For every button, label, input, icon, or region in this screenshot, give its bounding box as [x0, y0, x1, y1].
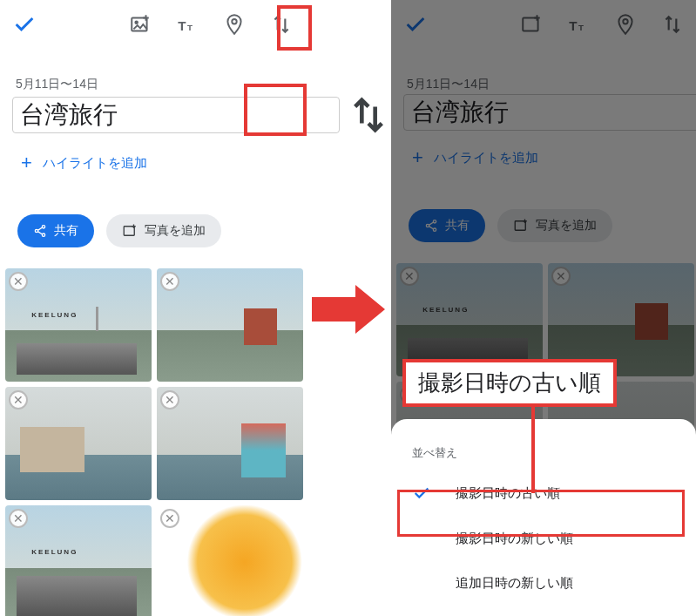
plus-icon: +: [412, 146, 423, 169]
add-photo-label: 写真を追加: [536, 218, 597, 234]
photo-grid: ✕KEELUNG ✕ ✕ ✕ ✕KEELUNG ✕: [0, 263, 305, 616]
photo-thumb[interactable]: ✕: [157, 268, 303, 382]
toolbar: TT: [391, 0, 696, 49]
plus-icon: +: [21, 152, 32, 174]
photo-thumb[interactable]: ✕: [5, 387, 152, 500]
add-image-icon[interactable]: [129, 13, 152, 36]
tutorial-arrow: [312, 279, 387, 340]
remove-photo-icon[interactable]: ✕: [400, 267, 419, 286]
annotation-highlight-box: [244, 84, 307, 136]
share-button[interactable]: 共有: [17, 214, 94, 247]
photo-thumb[interactable]: ✕: [157, 505, 303, 616]
share-label: 共有: [54, 223, 78, 239]
add-photo-button[interactable]: 写真を追加: [106, 214, 221, 247]
share-icon: [33, 224, 47, 238]
svg-text:T: T: [569, 18, 578, 33]
share-label: 共有: [445, 218, 470, 234]
remove-photo-icon[interactable]: ✕: [9, 272, 28, 291]
action-row: 共有 写真を追加: [391, 209, 696, 242]
share-button[interactable]: 共有: [409, 209, 485, 242]
photo-thumb[interactable]: ✕KEELUNG: [5, 268, 152, 382]
sheet-title: 並べ替え: [391, 437, 696, 470]
remove-photo-icon[interactable]: ✕: [160, 390, 179, 410]
title-row: [391, 94, 696, 131]
add-photo-button[interactable]: 写真を追加: [497, 209, 612, 242]
share-icon: [424, 219, 438, 233]
action-row: 共有 写真を追加: [0, 214, 305, 247]
svg-rect-10: [523, 17, 537, 30]
confirm-check-icon[interactable]: [403, 12, 428, 37]
remove-photo-icon[interactable]: ✕: [9, 509, 28, 528]
svg-text:T: T: [187, 23, 193, 32]
svg-text:T: T: [578, 23, 584, 32]
toolbar: TT: [0, 0, 305, 49]
add-highlight-row[interactable]: + ハイライトを追加: [391, 131, 696, 185]
add-highlight-label: ハイライトを追加: [434, 150, 538, 166]
location-pin-icon[interactable]: [223, 13, 246, 36]
photo-thumb[interactable]: ✕KEELUNG: [5, 505, 152, 616]
add-photo-label: 写真を追加: [145, 223, 206, 239]
add-photo-icon: [513, 218, 529, 234]
svg-text:T: T: [178, 18, 186, 33]
svg-point-4: [232, 19, 236, 24]
date-range: 5月11日〜14日: [391, 77, 696, 92]
add-image-icon[interactable]: [520, 13, 543, 36]
add-highlight-row[interactable]: + ハイライトを追加: [0, 136, 305, 190]
annotation-highlight-box: [277, 5, 312, 51]
sort-option-label: 追加日時の新しい順: [456, 575, 573, 592]
annotation-connector-line: [531, 406, 535, 493]
annotation-callout: 撮影日時の古い順: [402, 359, 617, 407]
remove-photo-icon[interactable]: ✕: [160, 509, 179, 528]
text-format-icon[interactable]: TT: [567, 13, 590, 36]
sort-large-button[interactable]: [348, 94, 389, 136]
remove-photo-icon[interactable]: ✕: [9, 390, 28, 410]
location-pin-icon[interactable]: [614, 13, 637, 36]
confirm-check-icon[interactable]: [12, 12, 37, 37]
add-highlight-label: ハイライトを追加: [43, 155, 147, 172]
text-format-icon[interactable]: TT: [176, 13, 199, 36]
annotation-highlight-box: [397, 490, 685, 537]
photo-thumb[interactable]: ✕: [157, 387, 303, 500]
svg-rect-8: [124, 227, 134, 236]
svg-point-1: [135, 22, 138, 24]
add-photo-icon: [122, 223, 138, 239]
album-title-input[interactable]: [403, 94, 696, 131]
sort-option-newest-added[interactable]: 追加日時の新しい順: [391, 561, 696, 606]
svg-marker-9: [312, 285, 385, 334]
remove-photo-icon[interactable]: ✕: [160, 272, 179, 291]
svg-rect-17: [515, 221, 525, 231]
remove-photo-icon[interactable]: ✕: [551, 267, 571, 286]
sort-icon[interactable]: [661, 13, 684, 36]
svg-point-13: [623, 19, 627, 24]
